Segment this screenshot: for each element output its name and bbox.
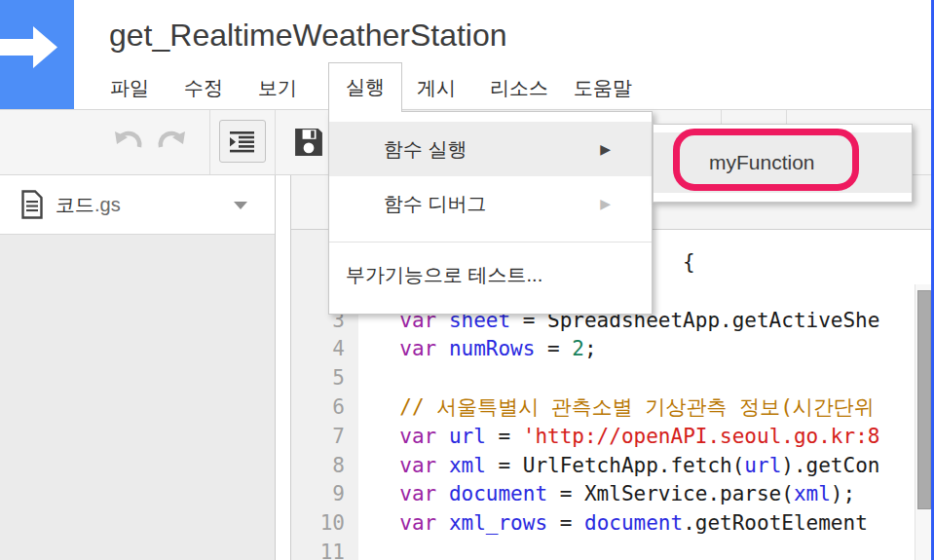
menu-item-label: 함수 디버그: [384, 193, 487, 214]
code-token: // 서울특별시 관측소별 기상관측 정보(시간단위: [375, 395, 875, 419]
file-icon: [21, 190, 43, 219]
line-number: 4: [291, 335, 358, 364]
file-name: 코드.gs: [56, 192, 121, 218]
line-number: 11: [291, 539, 358, 560]
code-token: [436, 425, 449, 448]
file-extension: .gs: [94, 194, 121, 215]
code-token: = XmlService.parse(: [547, 482, 794, 505]
menu-item-7[interactable]: 도움말: [574, 66, 632, 110]
undo-icon[interactable]: [111, 129, 144, 152]
annotation-highlight-ring: [673, 129, 859, 191]
project-title: get_RealtimeWeatherStation: [109, 18, 507, 54]
code-token: var: [399, 454, 436, 477]
code-token: url: [449, 425, 486, 448]
code-token: [436, 454, 449, 477]
submenu-arrow-icon: ▶: [600, 122, 611, 176]
code-line-5: [375, 364, 934, 393]
code-token: var: [399, 511, 436, 535]
line-number: 10: [291, 509, 358, 539]
toolbar-separator: [209, 110, 210, 174]
code-token: = UrlFetchApp.fetch(: [486, 454, 745, 477]
run-menu-item-2[interactable]: 함수 디버그▶: [329, 176, 652, 231]
code-token: var: [399, 482, 436, 505]
menu-item-6[interactable]: 리소스: [490, 66, 548, 110]
code-token: var: [399, 337, 436, 360]
code-token: [436, 482, 449, 505]
code-line-4: var numRows = 2;: [375, 335, 934, 364]
code-token: [375, 482, 399, 505]
indent-icon: [230, 131, 255, 153]
code-token: 'http://openAPI.seoul.go.kr:8: [523, 425, 880, 448]
line-number: 5: [291, 364, 358, 393]
code-token: );: [831, 482, 855, 505]
code-token: =: [535, 337, 572, 360]
files-sidebar: 코드.gs: [0, 175, 276, 560]
menu-item-3[interactable]: 보기: [258, 66, 297, 110]
run-dropdown-menu: 함수 실행▶함수 디버그▶부가기능으로 테스트...: [328, 111, 653, 315]
code-token: var: [399, 425, 436, 448]
code-token: [375, 337, 399, 360]
code-token: ;: [584, 337, 597, 360]
menu-item-1[interactable]: 파일: [110, 66, 149, 110]
menu-item-2[interactable]: 수정: [184, 66, 223, 110]
code-token: xml: [449, 454, 486, 477]
code-line-9: var document = XmlService.parse(xml);: [375, 480, 934, 509]
header: get_RealtimeWeatherStation 파일수정보기실행게시리소스…: [0, 0, 934, 110]
indent-button[interactable]: [219, 120, 266, 163]
arrow-icon: [0, 0, 74, 109]
code-line-7: var url = 'http://openAPI.seoul.go.kr:8: [375, 423, 934, 452]
chevron-down-icon[interactable]: [234, 202, 247, 209]
save-icon[interactable]: [294, 128, 323, 157]
line-number: 7: [291, 423, 358, 452]
code-token: ).getCon: [781, 454, 879, 477]
code-line-6: // 서울특별시 관측소별 기상관측 정보(시간단위: [375, 393, 934, 423]
apps-script-logo: [0, 0, 74, 109]
line-number: 6: [291, 393, 358, 423]
menu-item-label: 함수 실행: [384, 138, 467, 160]
redo-icon[interactable]: [156, 129, 189, 152]
line-number: 9: [291, 480, 358, 509]
run-menu-item-1[interactable]: 함수 실행▶: [329, 122, 652, 176]
code-token: xml_rows: [449, 511, 547, 535]
code-token: 2: [572, 337, 584, 360]
code-token: .getRootElement: [683, 511, 868, 535]
menu-item-5[interactable]: 게시: [417, 66, 456, 110]
code-line-10: var xml_rows = document.getRootElement: [375, 509, 934, 539]
scrollbar-thumb[interactable]: [917, 290, 931, 509]
code-token: [375, 454, 399, 477]
line-number: 8: [291, 452, 358, 481]
menu-item-label: 부가기능으로 테스트...: [346, 264, 542, 285]
file-item-code-gs[interactable]: 코드.gs: [0, 175, 275, 235]
apps-script-editor-window: get_RealtimeWeatherStation 파일수정보기실행게시리소스…: [0, 0, 934, 560]
run-menu-item-3[interactable]: 부가기능으로 테스트...: [329, 243, 652, 307]
code-token: =: [547, 511, 584, 535]
code-line-8: var xml = UrlFetchApp.fetch(url).getCon: [375, 452, 934, 481]
code-token: url: [744, 454, 781, 477]
submenu-arrow-icon: ▶: [600, 176, 611, 231]
code-token: =: [486, 425, 523, 448]
toolbar-separator: [275, 110, 276, 174]
code-token: [375, 425, 399, 448]
code-token: [375, 511, 399, 535]
code-token: numRows: [449, 337, 536, 360]
code-line-11: [375, 539, 934, 560]
menu-item-4[interactable]: 실행: [328, 62, 402, 112]
code-token: document: [449, 482, 547, 505]
code-token: document: [584, 511, 683, 535]
code-token: xml: [794, 482, 831, 505]
code-token: [436, 511, 449, 535]
code-token: [436, 337, 449, 360]
